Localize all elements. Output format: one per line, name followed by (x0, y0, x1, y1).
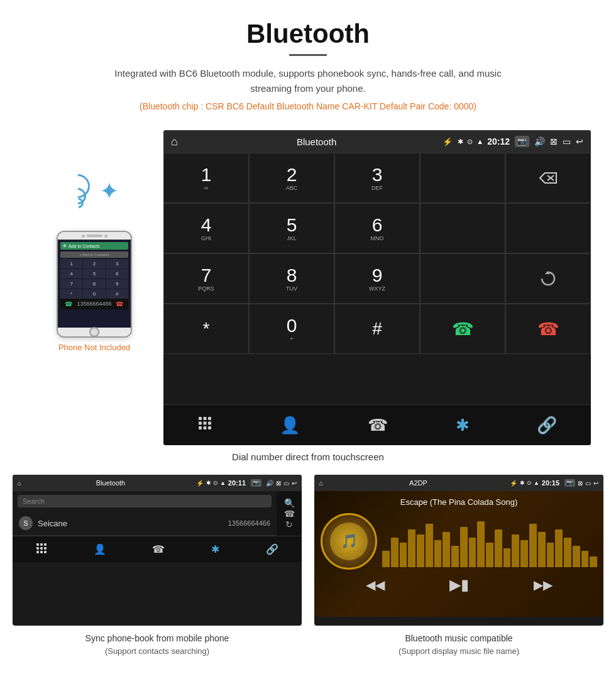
play-pause-button[interactable]: ▶▮ (449, 576, 469, 594)
dial-backspace-key[interactable] (505, 153, 591, 203)
phonebook-caption: Sync phone-book from mobile phone (Suppo… (85, 632, 229, 658)
eq-bar (538, 532, 546, 567)
toolbar-bt-button[interactable]: ✱ (456, 416, 470, 435)
prev-track-button[interactable]: ◀◀ (366, 577, 385, 592)
sidebar-search-icon[interactable]: 🔍 (284, 498, 295, 508)
music-card: ⌂ A2DP ⚡ ✱⊙▲ 20:15 📷 ⊠ ▭ ↩ Escape (The P… (314, 475, 603, 658)
dial-key-7[interactable]: 7 PQRS (163, 253, 249, 304)
back-icon[interactable]: ↩ (576, 136, 583, 147)
music-home-icon[interactable]: ⌂ (319, 480, 323, 487)
phonebook-close-icon[interactable]: ⊠ (276, 480, 281, 487)
svg-rect-13 (36, 543, 39, 546)
dial-key-4[interactable]: 4 GHI (163, 203, 249, 253)
bottom-screenshots: ⌂ Bluetooth ⚡ ✱⊙▲ 20:11 📷 🔊 ⊠ ▭ ↩ Search (0, 475, 616, 658)
location-icon: ⊙ (467, 138, 473, 146)
contact-row[interactable]: S Seicane 13566664466 (13, 511, 277, 536)
window-icon[interactable]: ▭ (563, 136, 571, 147)
dial-key-6[interactable]: 6 MNO (334, 203, 420, 253)
phonebook-toolbar-phone[interactable]: ☎ (152, 543, 165, 555)
dial-key-8[interactable]: 8 TUV (249, 253, 334, 304)
phone-home-button[interactable] (89, 327, 99, 337)
main-screen-area: ✦ ⊕Add to Contacts + Add to Contacts 1 2… (0, 130, 616, 445)
toolbar-contacts-button[interactable]: 👤 (280, 416, 300, 435)
eq-bar (573, 546, 580, 567)
dial-empty-r2c5 (505, 203, 591, 253)
dial-key-hash[interactable]: # (334, 304, 420, 354)
phone-sensor (104, 235, 107, 238)
home-icon[interactable]: ⌂ (171, 135, 178, 148)
dial-redial-key[interactable] (505, 253, 591, 304)
dial-empty-r2c4 (420, 203, 505, 253)
phone-key-hash: # (106, 289, 128, 299)
phonebook-status-icons: ✱⊙▲ (206, 480, 226, 486)
dialpad: 1 ∞ 2 ABC 3 DEF 4 GHI (163, 153, 591, 404)
dial-call-key[interactable]: ☎ (420, 304, 505, 354)
phonebook-toolbar-bt[interactable]: ✱ (211, 543, 219, 555)
sidebar-refresh-icon[interactable]: ↻ (285, 519, 293, 529)
toolbar-link-button[interactable]: 🔗 (537, 416, 557, 435)
search-bar[interactable]: Search (18, 495, 272, 507)
dial-key-3[interactable]: 3 DEF (334, 153, 420, 203)
dial-key-0[interactable]: 0 + (249, 304, 334, 354)
svg-rect-4 (199, 417, 202, 420)
phone-key-2: 2 (83, 259, 105, 268)
phone-key-8: 8 (83, 279, 105, 289)
music-controls: ◀◀ ▶▮ ▶▶ (321, 570, 597, 600)
svg-rect-8 (203, 422, 206, 425)
phonebook-toolbar-dialpad[interactable] (36, 543, 47, 556)
eq-bar (451, 546, 459, 567)
eq-bar (547, 543, 554, 567)
svg-rect-10 (199, 426, 202, 429)
phonebook-toolbar: 👤 ☎ ✱ 🔗 (13, 536, 302, 562)
status-right-icons: 📷 🔊 ⊠ ▭ ↩ (515, 136, 583, 147)
volume-icon[interactable]: 🔊 (534, 136, 545, 147)
phonebook-vol-icon[interactable]: 🔊 (266, 480, 273, 487)
phone-key-3: 3 (106, 259, 128, 268)
fake-phone: ⊕Add to Contacts + Add to Contacts 1 2 3… (57, 231, 132, 338)
dial-key-2[interactable]: 2 ABC (249, 153, 334, 203)
dial-empty-r1c4 (420, 153, 505, 203)
toolbar-phone-button[interactable]: ☎ (368, 416, 388, 435)
svg-rect-12 (208, 426, 211, 429)
eq-bar (495, 529, 502, 567)
phonebook-sidebar: 🔍 ☎ ↻ (277, 491, 302, 536)
phone-top-bar (58, 232, 131, 240)
eq-bar (469, 538, 476, 567)
svg-rect-18 (44, 547, 47, 550)
bt-status-icon: ✱ (458, 138, 463, 146)
music-close-icon[interactable]: ⊠ (578, 480, 583, 487)
dial-key-star[interactable]: * (163, 304, 249, 354)
svg-rect-5 (203, 417, 206, 420)
music-window-icon[interactable]: ▭ (585, 480, 591, 487)
phonebook-toolbar-link[interactable]: 🔗 (266, 543, 278, 555)
next-track-button[interactable]: ▶▶ (534, 577, 553, 592)
music-back-icon[interactable]: ↩ (593, 480, 598, 487)
eq-bar (529, 524, 537, 567)
phonebook-toolbar-contacts[interactable]: 👤 (94, 543, 106, 555)
phonebook-mini-screen: ⌂ Bluetooth ⚡ ✱⊙▲ 20:11 📷 🔊 ⊠ ▭ ↩ Search (13, 475, 302, 626)
phone-key-5: 5 (83, 269, 105, 279)
phonebook-back-icon[interactable]: ↩ (292, 480, 297, 487)
eq-bar (382, 551, 390, 567)
eq-bar (434, 540, 442, 567)
dial-key-5[interactable]: 5 JKL (249, 203, 334, 253)
dial-key-1[interactable]: 1 ∞ (163, 153, 249, 203)
svg-rect-11 (203, 426, 206, 429)
music-screen-title: A2DP (329, 479, 507, 487)
phone-add-contact-bar: + Add to Contacts (60, 252, 128, 258)
phonebook-window-icon[interactable]: ▭ (283, 480, 289, 487)
music-usb-icon: ⚡ (510, 480, 517, 487)
dial-end-key[interactable]: ☎ (505, 304, 591, 354)
toolbar-dialpad-button[interactable] (197, 416, 212, 434)
camera-icon[interactable]: 📷 (515, 136, 529, 147)
album-art: 🎵 (321, 513, 377, 570)
sidebar-phone-icon[interactable]: ☎ (284, 509, 295, 519)
phone-speaker (87, 235, 102, 237)
close-icon[interactable]: ⊠ (550, 136, 558, 147)
contact-initial: S (19, 516, 33, 530)
phonebook-camera-icon[interactable]: 📷 (251, 479, 261, 487)
music-camera-icon[interactable]: 📷 (564, 479, 575, 487)
eq-bar (503, 548, 511, 567)
phonebook-home-icon[interactable]: ⌂ (18, 480, 21, 487)
dial-key-9[interactable]: 9 WXYZ (334, 253, 420, 304)
